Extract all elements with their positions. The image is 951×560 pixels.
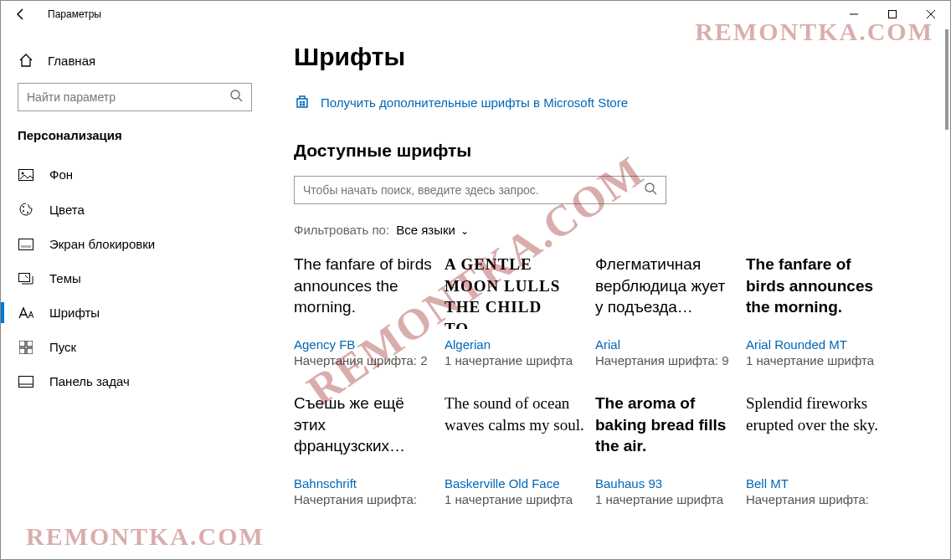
scrollbar[interactable]	[945, 29, 948, 130]
main-content: Шрифты Получить дополнительные шрифты в …	[269, 28, 950, 559]
svg-point-2	[231, 90, 239, 99]
store-link[interactable]: Получить дополнительные шрифты в Microso…	[294, 93, 925, 112]
store-icon	[294, 93, 311, 112]
font-preview: The aroma of baking bread fills the air.	[595, 393, 738, 468]
nav-label: Фон	[49, 167, 73, 182]
themes-icon	[18, 273, 34, 285]
svg-rect-18	[300, 101, 302, 104]
svg-rect-10	[21, 245, 31, 248]
svg-rect-1	[889, 11, 897, 18]
svg-rect-19	[303, 101, 306, 104]
filter-dropdown[interactable]: Все языки⌄	[396, 223, 469, 237]
font-card[interactable]: The fanfare of birds announces the morni…	[746, 254, 888, 367]
font-card[interactable]: A gentle moon lulls the child to…Algeria…	[445, 254, 587, 367]
svg-rect-13	[27, 341, 33, 347]
chevron-down-icon: ⌄	[460, 225, 469, 237]
font-card[interactable]: Съешь же ещё этих французских…Bahnschrif…	[294, 393, 436, 506]
font-preview: Съешь же ещё этих французских…	[294, 393, 436, 468]
nav-label: Шрифты	[49, 306, 100, 320]
svg-point-7	[23, 210, 24, 212]
font-faces: Начертания шрифта:	[294, 492, 436, 506]
font-preview: Флегматичная верблюдица жует у подъезда…	[595, 254, 738, 329]
nav-label: Темы	[49, 271, 81, 285]
font-faces: Начертания шрифта:	[746, 492, 888, 506]
svg-rect-16	[19, 376, 33, 387]
nav-label: Пуск	[49, 340, 76, 354]
font-name: Arial	[595, 337, 738, 352]
font-faces: Начертания шрифта: 9	[595, 353, 738, 367]
font-faces: Начертания шрифта: 2	[294, 353, 436, 367]
search-icon	[229, 89, 243, 105]
font-search[interactable]	[294, 176, 666, 204]
page-title: Шрифты	[294, 43, 925, 71]
font-card[interactable]: Флегматичная верблюдица жует у подъезда……	[595, 254, 738, 367]
taskbar-icon	[18, 376, 34, 388]
close-button[interactable]	[912, 1, 950, 28]
font-name: Bell MT	[746, 476, 888, 491]
nav-background[interactable]: Фон	[1, 157, 269, 192]
font-card[interactable]: The sound of ocean waves calms my soul.B…	[445, 393, 587, 506]
font-preview: A gentle moon lulls the child to…	[445, 254, 587, 329]
svg-rect-14	[19, 348, 25, 354]
nav-label: Панель задач	[49, 374, 130, 388]
svg-rect-21	[303, 104, 306, 106]
font-grid: The fanfare of birds announces the morni…	[294, 254, 925, 506]
svg-point-6	[23, 206, 24, 208]
minimize-button[interactable]	[835, 1, 873, 28]
svg-rect-9	[19, 239, 33, 249]
font-name: Agency FB	[294, 337, 436, 352]
sidebar: Главная Персонализация Фон Цвета Экран б…	[1, 28, 269, 559]
titlebar: Параметры	[1, 1, 950, 28]
svg-point-8	[27, 212, 28, 213]
nav-start[interactable]: Пуск	[1, 330, 269, 364]
font-preview: The fanfare of birds announces the morni…	[294, 254, 436, 329]
lockscreen-icon	[18, 239, 34, 250]
window-title: Параметры	[48, 8, 101, 20]
font-preview: The fanfare of birds announces the morni…	[746, 254, 888, 329]
nav-themes[interactable]: Темы	[1, 261, 269, 295]
nav-colors[interactable]: Цвета	[1, 192, 269, 227]
svg-point-22	[645, 183, 654, 192]
font-preview: Splendid fireworks erupted over the sky.	[746, 393, 888, 468]
font-preview: The sound of ocean waves calms my soul.	[445, 393, 587, 468]
store-link-text: Получить дополнительные шрифты в Microso…	[321, 95, 628, 110]
settings-search-input[interactable]	[27, 90, 229, 104]
svg-point-5	[22, 172, 24, 174]
nav-label: Цвета	[49, 203, 85, 217]
font-name: Bahnschrift	[294, 476, 436, 491]
font-card[interactable]: Splendid fireworks erupted over the sky.…	[746, 393, 888, 506]
nav-label: Экран блокировки	[49, 237, 155, 251]
filter-label: Фильтровать по:	[294, 223, 389, 237]
available-fonts-title: Доступные шрифты	[294, 141, 925, 161]
home-icon	[18, 53, 34, 68]
font-card[interactable]: The aroma of baking bread fills the air.…	[595, 393, 738, 506]
home-label: Главная	[48, 54, 95, 68]
back-button[interactable]	[8, 1, 34, 28]
start-icon	[18, 341, 34, 354]
font-name: Bauhaus 93	[595, 476, 738, 491]
font-name: Arial Rounded MT	[746, 337, 888, 352]
nav-lockscreen[interactable]: Экран блокировки	[1, 227, 269, 261]
window-controls	[835, 1, 950, 28]
font-card[interactable]: The fanfare of birds announces the morni…	[294, 254, 436, 367]
svg-rect-15	[27, 348, 33, 354]
font-faces: 1 начертание шрифта	[746, 353, 888, 367]
nav-taskbar[interactable]: Панель задач	[1, 364, 269, 398]
font-faces: 1 начертание шрифта	[595, 492, 738, 506]
svg-rect-12	[19, 341, 25, 347]
home-nav[interactable]: Главная	[1, 43, 269, 78]
nav-fonts[interactable]: Шрифты	[1, 295, 269, 330]
font-name: Baskerville Old Face	[445, 476, 587, 491]
filter-row: Фильтровать по: Все языки⌄	[294, 223, 925, 237]
search-icon	[644, 182, 657, 198]
category-title: Персонализация	[1, 128, 269, 157]
settings-search[interactable]	[18, 83, 252, 111]
svg-line-23	[653, 191, 656, 194]
maximize-button[interactable]	[873, 1, 912, 28]
font-name: Algerian	[445, 337, 587, 352]
font-search-input[interactable]	[303, 183, 644, 197]
font-faces: 1 начертание шрифта	[445, 492, 587, 506]
svg-rect-11	[19, 273, 30, 281]
svg-rect-20	[300, 104, 302, 106]
palette-icon	[18, 202, 34, 217]
